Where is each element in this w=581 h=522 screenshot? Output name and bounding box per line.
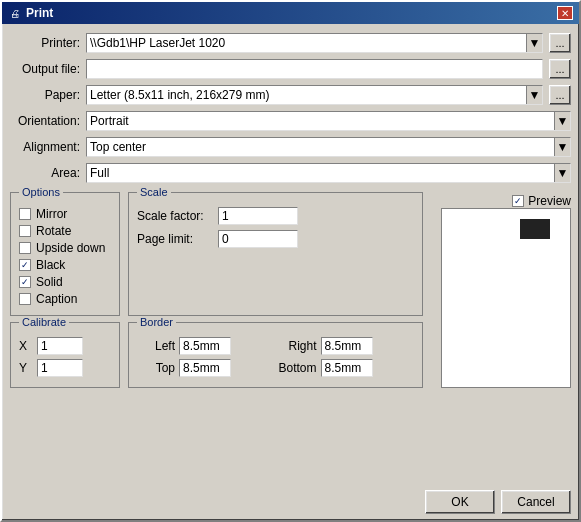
solid-label: Solid (36, 275, 63, 289)
preview-thumbnail (520, 219, 550, 239)
preview-checkbox[interactable]: ✓ (512, 195, 524, 207)
top-border-input[interactable] (179, 359, 231, 377)
bottom-border-label: Bottom (279, 361, 317, 375)
bottom-border-row: Bottom (279, 359, 415, 377)
black-checkbox[interactable]: ✓ (19, 259, 31, 271)
scale-factor-input[interactable] (218, 207, 298, 225)
printer-label: Printer: (10, 36, 80, 50)
area-dropdown[interactable]: Full ▼ (86, 163, 571, 183)
top-border-row: Top (137, 359, 273, 377)
options-section: Options Mirror Rotate Upside down (10, 192, 120, 316)
right-border-label: Right (279, 339, 317, 353)
printer-dropdown-arrow[interactable]: ▼ (526, 34, 542, 52)
paper-dropdown[interactable]: Letter (8.5x11 inch, 216x279 mm) ▼ (86, 85, 543, 105)
output-dots-button[interactable]: ... (549, 59, 571, 79)
main-area: Options Mirror Rotate Upside down (10, 192, 571, 476)
mirror-row: Mirror (19, 207, 111, 221)
calibrate-x-input[interactable] (37, 337, 83, 355)
calibrate-title: Calibrate (19, 316, 69, 328)
calibrate-section: Calibrate X Y (10, 322, 120, 388)
rotate-label: Rotate (36, 224, 71, 238)
left-border-row: Left (137, 337, 273, 355)
scale-factor-label: Scale factor: (137, 209, 212, 223)
upside-down-label: Upside down (36, 241, 105, 255)
rotate-row: Rotate (19, 224, 111, 238)
calibrate-y-label: Y (19, 361, 33, 375)
printer-row: Printer: \\Gdb1\HP LaserJet 1020 ▼ ... (10, 32, 571, 54)
output-row: Output file: ... (10, 58, 571, 80)
right-border-row: Right (279, 337, 415, 355)
alignment-dropdown-arrow[interactable]: ▼ (554, 138, 570, 156)
paper-dropdown-arrow[interactable]: ▼ (526, 86, 542, 104)
alignment-value: Top center (87, 140, 554, 154)
preview-panel: ✓ Preview (431, 192, 571, 476)
scale-section: Scale Scale factor: Page limit: (128, 192, 423, 316)
left-panel: Options Mirror Rotate Upside down (10, 192, 423, 476)
solid-row: ✓ Solid (19, 275, 111, 289)
printer-icon: 🖨 (8, 6, 22, 20)
border-title: Border (137, 316, 176, 328)
calibrate-y-input[interactable] (37, 359, 83, 377)
calibrate-y-row: Y (19, 359, 111, 377)
dialog-content: Printer: \\Gdb1\HP LaserJet 1020 ▼ ... O… (2, 24, 579, 484)
options-title: Options (19, 186, 63, 198)
preview-area (441, 208, 571, 388)
alignment-label: Alignment: (10, 140, 80, 154)
scale-factor-row: Scale factor: (137, 207, 414, 225)
area-label: Area: (10, 166, 80, 180)
title-bar: 🖨 Print ✕ (2, 2, 579, 24)
preview-label-row: ✓ Preview (441, 194, 571, 208)
area-row: Area: Full ▼ (10, 162, 571, 184)
solid-checkbox[interactable]: ✓ (19, 276, 31, 288)
area-value: Full (87, 166, 554, 180)
left-border-label: Left (137, 339, 175, 353)
upside-down-checkbox[interactable] (19, 242, 31, 254)
paper-dots-button[interactable]: ... (549, 85, 571, 105)
cancel-button[interactable]: Cancel (501, 490, 571, 514)
calibrate-x-row: X (19, 337, 111, 355)
page-limit-row: Page limit: (137, 230, 414, 248)
options-scale-row: Options Mirror Rotate Upside down (10, 192, 423, 316)
rotate-checkbox[interactable] (19, 225, 31, 237)
ok-button[interactable]: OK (425, 490, 495, 514)
output-label: Output file: (10, 62, 80, 76)
mirror-label: Mirror (36, 207, 67, 221)
orientation-label: Orientation: (10, 114, 80, 128)
printer-dots-button[interactable]: ... (549, 33, 571, 53)
orientation-row: Orientation: Portrait ▼ (10, 110, 571, 132)
bottom-border-input[interactable] (321, 359, 373, 377)
page-limit-input[interactable] (218, 230, 298, 248)
orientation-value: Portrait (87, 114, 554, 128)
border-grid: Left Right Top (137, 337, 414, 377)
printer-dropdown[interactable]: \\Gdb1\HP LaserJet 1020 ▼ (86, 33, 543, 53)
caption-checkbox[interactable] (19, 293, 31, 305)
output-input[interactable] (86, 59, 543, 79)
caption-row: Caption (19, 292, 111, 306)
preview-label: Preview (528, 194, 571, 208)
top-border-label: Top (137, 361, 175, 375)
caption-label: Caption (36, 292, 77, 306)
paper-row: Paper: Letter (8.5x11 inch, 216x279 mm) … (10, 84, 571, 106)
close-button[interactable]: ✕ (557, 6, 573, 20)
alignment-row: Alignment: Top center ▼ (10, 136, 571, 158)
print-dialog: 🖨 Print ✕ Printer: \\Gdb1\HP LaserJet 10… (0, 0, 581, 522)
calibrate-x-label: X (19, 339, 33, 353)
border-section: Border Left Right Top (128, 322, 423, 388)
scale-title: Scale (137, 186, 171, 198)
left-border-input[interactable] (179, 337, 231, 355)
right-border-input[interactable] (321, 337, 373, 355)
black-label: Black (36, 258, 65, 272)
title-bar-left: 🖨 Print (8, 6, 53, 20)
orientation-dropdown[interactable]: Portrait ▼ (86, 111, 571, 131)
paper-value: Letter (8.5x11 inch, 216x279 mm) (87, 88, 526, 102)
area-dropdown-arrow[interactable]: ▼ (554, 164, 570, 182)
printer-value: \\Gdb1\HP LaserJet 1020 (87, 36, 526, 50)
alignment-dropdown[interactable]: Top center ▼ (86, 137, 571, 157)
upside-down-row: Upside down (19, 241, 111, 255)
paper-label: Paper: (10, 88, 80, 102)
calibrate-border-row: Calibrate X Y Border (10, 322, 423, 388)
black-row: ✓ Black (19, 258, 111, 272)
mirror-checkbox[interactable] (19, 208, 31, 220)
orientation-dropdown-arrow[interactable]: ▼ (554, 112, 570, 130)
dialog-footer: OK Cancel (2, 484, 579, 520)
